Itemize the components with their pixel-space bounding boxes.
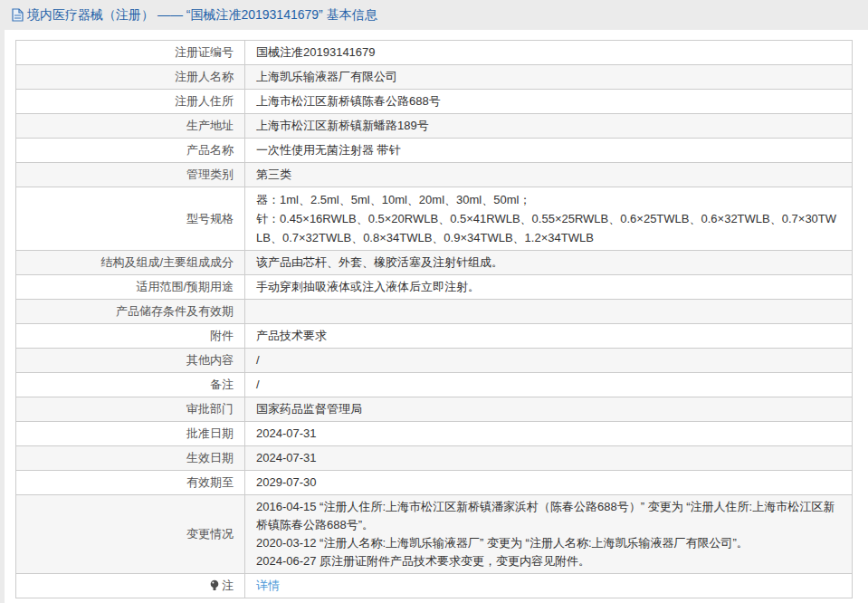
table-row-intended-use: 适用范围/预期用途手动穿刺抽吸液体或注入液体后立即注射。: [16, 275, 853, 300]
row-value-change-history: 2016-04-15 “注册人住所:上海市松江区新桥镇潘家浜村（陈春公路688号…: [245, 495, 853, 574]
table-row-production-address: 生产地址上海市松江区新桥镇新蟠路189号: [16, 114, 853, 139]
row-value-registrant-address: 上海市松江区新桥镇陈春公路688号: [245, 90, 853, 114]
note-label-group: 注: [210, 579, 234, 592]
table-row-effective-date: 生效日期2024-07-31: [16, 446, 853, 471]
row-label-other-content: 其他内容: [16, 349, 245, 373]
row-label-attachment: 附件: [16, 324, 245, 349]
table-row-remarks: 备注/: [16, 373, 853, 397]
table-row-expiry-date: 有效期至2029-07-30: [16, 471, 853, 495]
row-value-product-name: 一次性使用无菌注射器 带针: [245, 139, 853, 163]
table-row-product-name: 产品名称一次性使用无菌注射器 带针: [16, 139, 853, 163]
page-header-bar: 境内医疗器械（注册） —— “国械注准20193141679” 基本信息: [0, 0, 868, 30]
row-label-approval-date: 批准日期: [16, 422, 245, 446]
page-title-text: 境内医疗器械（注册） —— “国械注准20193141679” 基本信息: [27, 7, 377, 24]
row-value-intended-use: 手动穿刺抽吸液体或注入液体后立即注射。: [245, 275, 853, 300]
row-label-expiry-date: 有效期至: [16, 471, 245, 495]
table-row-other-content: 其他内容/: [16, 349, 853, 373]
row-label-registrant-address: 注册人住所: [16, 90, 245, 114]
value-line: 2020-03-12 “注册人名称:上海凯乐输液器厂” 变更为 “注册人名称:上…: [256, 534, 841, 552]
table-row-registrant-address: 注册人住所上海市松江区新桥镇陈春公路688号: [16, 90, 853, 114]
row-label-structure-composition: 结构及组成/主要组成成分: [16, 251, 245, 275]
bulb-icon: [210, 579, 219, 591]
table-row-model-spec: 型号规格器：1ml、2.5ml、5ml、10ml、20ml、30ml、50ml；…: [16, 187, 853, 251]
row-label-model-spec: 型号规格: [16, 187, 245, 251]
row-label-remarks: 备注: [16, 373, 245, 397]
value-line: 2016-04-15 “注册人住所:上海市松江区新桥镇潘家浜村（陈春公路688号…: [256, 498, 841, 534]
registration-info-table: 注册证编号国械注准20193141679注册人名称上海凯乐输液器厂有限公司注册人…: [15, 40, 853, 598]
row-value-other-content: /: [245, 349, 853, 373]
table-row-storage-validity: 产品储存条件及有效期: [16, 300, 853, 324]
row-label-effective-date: 生效日期: [16, 446, 245, 471]
details-link[interactable]: 详情: [256, 579, 280, 592]
page-left-margin-strip: [0, 0, 5, 603]
table-row-change-history: 变更情况2016-04-15 “注册人住所:上海市松江区新桥镇潘家浜村（陈春公路…: [16, 495, 853, 574]
table-row-management-class: 管理类别第三类: [16, 163, 853, 187]
table-row-attachment: 附件产品技术要求: [16, 324, 853, 349]
value-line: 2024-06-27 原注册证附件产品技术要求变更，变更内容见附件。: [256, 552, 841, 570]
table-row-note: 注详情: [16, 574, 853, 598]
row-value-effective-date: 2024-07-31: [245, 446, 853, 471]
row-value-model-spec: 器：1ml、2.5ml、5ml、10ml、20ml、30ml、50ml；针：0.…: [245, 187, 853, 251]
value-line: 器：1ml、2.5ml、5ml、10ml、20ml、30ml、50ml；: [256, 190, 841, 209]
row-value-structure-composition: 该产品由芯杆、外套、橡胶活塞及注射针组成。: [245, 251, 853, 275]
row-value-production-address: 上海市松江区新桥镇新蟠路189号: [245, 114, 853, 139]
table-row-structure-composition: 结构及组成/主要组成成分该产品由芯杆、外套、橡胶活塞及注射针组成。: [16, 251, 853, 275]
table-row-reg-no: 注册证编号国械注准20193141679: [16, 41, 853, 65]
row-value-approval-dept: 国家药品监督管理局: [245, 397, 853, 422]
row-value-approval-date: 2024-07-31: [245, 422, 853, 446]
row-value-attachment: 产品技术要求: [245, 324, 853, 349]
row-label-storage-validity: 产品储存条件及有效期: [16, 300, 245, 324]
row-value-remarks: /: [245, 373, 853, 397]
row-label-registrant-name: 注册人名称: [16, 65, 245, 90]
row-value-expiry-date: 2029-07-30: [245, 471, 853, 495]
row-label-change-history: 变更情况: [16, 495, 245, 574]
row-label-reg-no: 注册证编号: [16, 41, 245, 65]
row-label-approval-dept: 审批部门: [16, 397, 245, 422]
table-row-approval-dept: 审批部门国家药品监督管理局: [16, 397, 853, 422]
document-icon: [12, 8, 24, 22]
row-label-intended-use: 适用范围/预期用途: [16, 275, 245, 300]
value-line: 针：0.45×16RWLB、0.5×20RWLB、0.5×41RWLB、0.55…: [256, 209, 841, 247]
table-row-approval-date: 批准日期2024-07-31: [16, 422, 853, 446]
row-value-registrant-name: 上海凯乐输液器厂有限公司: [245, 65, 853, 90]
page-title: 境内医疗器械（注册） —— “国械注准20193141679” 基本信息: [12, 7, 377, 24]
row-value-note[interactable]: 详情: [245, 574, 853, 598]
row-label-production-address: 生产地址: [16, 114, 245, 139]
row-label-product-name: 产品名称: [16, 139, 245, 163]
table-row-registrant-name: 注册人名称上海凯乐输液器厂有限公司: [16, 65, 853, 90]
row-label-note: 注: [16, 574, 245, 598]
row-label-text: 注: [222, 579, 234, 592]
row-value-storage-validity: [245, 300, 853, 324]
row-value-reg-no: 国械注准20193141679: [245, 41, 853, 65]
row-value-management-class: 第三类: [245, 163, 853, 187]
row-label-management-class: 管理类别: [16, 163, 245, 187]
